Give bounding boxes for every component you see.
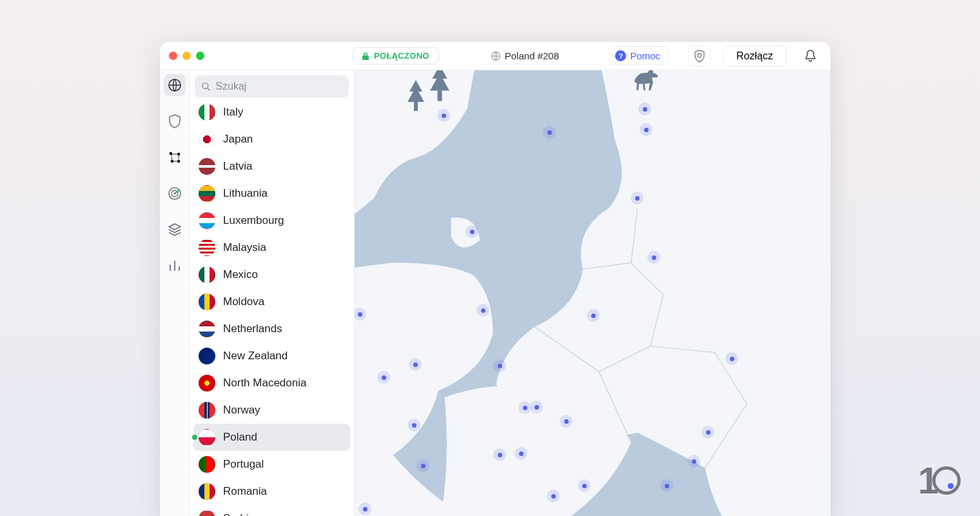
server-marker[interactable] xyxy=(701,426,714,439)
shield-outline-icon xyxy=(694,50,705,63)
server-marker[interactable] xyxy=(377,371,390,384)
server-marker[interactable] xyxy=(530,401,543,413)
nav-countries[interactable] xyxy=(164,74,186,96)
map-land xyxy=(355,70,830,516)
close-window-button[interactable] xyxy=(169,52,177,60)
nav-shield[interactable] xyxy=(164,110,186,132)
country-item[interactable]: Romania xyxy=(193,478,350,505)
server-marker[interactable] xyxy=(725,352,738,365)
server-marker[interactable] xyxy=(416,459,429,472)
help-button[interactable]: ? Pomoc xyxy=(610,46,669,65)
flag-icon xyxy=(199,375,215,392)
threat-protection-button[interactable] xyxy=(688,46,711,66)
country-item[interactable]: North Macedonia xyxy=(193,370,350,397)
layers-icon xyxy=(168,223,182,237)
nav-mesh[interactable] xyxy=(164,146,186,168)
server-marker[interactable] xyxy=(638,103,651,115)
flag-icon xyxy=(199,131,215,148)
server-marker[interactable] xyxy=(466,225,478,238)
country-label: Malaysia xyxy=(223,241,266,254)
country-item[interactable]: Malaysia xyxy=(193,234,350,261)
server-marker[interactable] xyxy=(493,448,506,461)
shield-icon xyxy=(168,114,181,128)
map[interactable] xyxy=(355,70,830,516)
server-marker[interactable] xyxy=(543,126,556,139)
search-input[interactable] xyxy=(215,81,342,92)
window-controls xyxy=(169,52,204,60)
radar-icon xyxy=(168,186,182,201)
country-label: Netherlands xyxy=(223,322,282,335)
minimize-window-button[interactable] xyxy=(182,52,191,60)
search-box[interactable] xyxy=(195,75,349,97)
country-label: Japan xyxy=(223,133,253,146)
server-marker[interactable] xyxy=(660,479,673,492)
lock-icon xyxy=(362,52,369,60)
country-item[interactable]: Japan xyxy=(193,126,350,153)
app-window: POŁĄCZONO Poland #208 ? Pomoc Rozłącz xyxy=(160,42,830,516)
country-item[interactable]: Moldova xyxy=(193,288,350,315)
country-item[interactable]: Luxembourg xyxy=(193,207,350,234)
country-label: Italy xyxy=(223,106,243,119)
country-label: Luxembourg xyxy=(223,214,284,227)
maximize-window-button[interactable] xyxy=(196,52,204,60)
tree-icon xyxy=(405,80,427,112)
stats-icon xyxy=(168,259,181,272)
country-item[interactable]: Poland xyxy=(193,424,350,451)
flag-icon xyxy=(199,402,215,419)
server-marker[interactable] xyxy=(587,309,600,322)
flag-icon xyxy=(199,456,215,473)
country-label: Mexico xyxy=(223,268,258,281)
server-marker[interactable] xyxy=(518,401,531,414)
server-marker[interactable] xyxy=(560,415,573,428)
current-server[interactable]: Poland #208 xyxy=(491,50,559,61)
country-item[interactable]: Norway xyxy=(193,397,350,424)
country-item[interactable]: Mexico xyxy=(193,261,350,288)
disconnect-button[interactable]: Rozłącz xyxy=(723,46,787,66)
country-item[interactable]: Serbia xyxy=(193,505,350,516)
flag-icon xyxy=(199,510,215,516)
server-marker[interactable] xyxy=(407,419,420,432)
server-marker[interactable] xyxy=(687,455,700,468)
nav-layers[interactable] xyxy=(164,219,186,241)
connected-indicator-icon xyxy=(192,435,197,440)
flag-icon xyxy=(199,212,215,229)
country-label: Poland xyxy=(223,431,257,444)
server-marker[interactable] xyxy=(437,109,450,122)
server-marker[interactable] xyxy=(358,502,371,515)
flag-icon xyxy=(199,239,215,256)
flag-icon xyxy=(199,321,215,337)
server-marker[interactable] xyxy=(409,358,422,371)
country-item[interactable]: Portugal xyxy=(193,451,350,478)
search-icon xyxy=(201,81,210,92)
server-marker[interactable] xyxy=(640,123,652,136)
flag-icon xyxy=(199,158,215,175)
server-marker[interactable] xyxy=(647,251,660,264)
connection-status-text: POŁĄCZONO xyxy=(374,51,429,61)
nav-rail xyxy=(160,70,190,516)
country-list[interactable]: ItalyJapanLatviaLithuaniaLuxembourgMalay… xyxy=(190,101,354,516)
country-label: Serbia xyxy=(223,512,255,516)
server-marker[interactable] xyxy=(578,479,591,492)
server-marker[interactable] xyxy=(547,490,560,502)
moose-icon xyxy=(631,70,660,94)
svg-rect-11 xyxy=(414,102,418,111)
country-label: North Macedonia xyxy=(223,377,306,390)
nav-stats[interactable] xyxy=(164,255,186,277)
server-marker[interactable] xyxy=(493,359,506,372)
server-marker[interactable] xyxy=(514,447,527,460)
flag-icon xyxy=(199,104,215,121)
nav-radar[interactable] xyxy=(164,183,186,204)
svg-rect-12 xyxy=(438,90,442,101)
flag-icon xyxy=(199,266,215,283)
notifications-button[interactable] xyxy=(799,46,821,66)
watermark: 1 xyxy=(918,459,961,502)
server-marker[interactable] xyxy=(631,192,643,204)
country-item[interactable]: Lithuania xyxy=(193,180,350,207)
watermark-o-icon xyxy=(932,466,961,495)
server-marker[interactable] xyxy=(476,304,489,317)
flag-icon xyxy=(199,293,215,310)
country-item[interactable]: Netherlands xyxy=(193,315,350,342)
country-item[interactable]: Italy xyxy=(193,101,350,126)
country-item[interactable]: New Zealand xyxy=(193,342,350,370)
country-item[interactable]: Latvia xyxy=(193,153,350,180)
